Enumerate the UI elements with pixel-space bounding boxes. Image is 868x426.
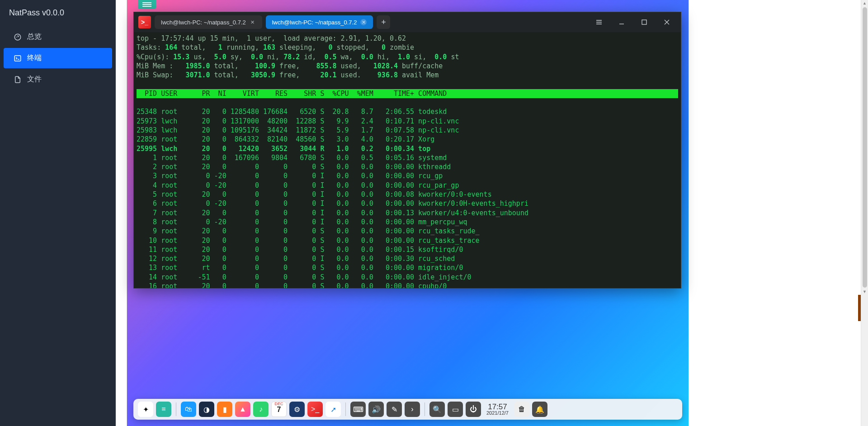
main-content: >_ lwch@lwch-PC: ~/natpass_0.7.2✕lwch@lw… bbox=[116, 0, 861, 426]
tab-label: lwch@lwch-PC: ~/natpass_0.7.2 bbox=[161, 19, 246, 26]
settings-icon[interactable]: ⚙ bbox=[289, 402, 305, 417]
sidebar-item-0[interactable]: 总览 bbox=[4, 27, 112, 47]
clipboard-icon[interactable]: ✎ bbox=[387, 402, 402, 417]
terminal-output[interactable]: top - 17:57:44 up 15 min, 1 user, load a… bbox=[134, 32, 681, 288]
svg-rect-1 bbox=[14, 56, 21, 61]
notification-icon[interactable]: 🔔 bbox=[532, 402, 547, 417]
dock: ✦ ≡ 🛍 ◑ ▮ ▲ ♪ DEC7 ⚙ >_ ➚ ⌨ 🔊 ✎ › 🔍 ▭ bbox=[133, 399, 682, 420]
clock[interactable]: 17:572021/12/7 bbox=[484, 403, 511, 416]
volume-icon[interactable]: 🔊 bbox=[368, 402, 384, 417]
tab-close-icon[interactable]: ✕ bbox=[360, 19, 367, 25]
photos-icon[interactable]: ▲ bbox=[235, 402, 250, 417]
appstore-icon[interactable]: 🛍 bbox=[181, 402, 196, 417]
dock-separator-3 bbox=[425, 402, 425, 416]
minimize-button[interactable] bbox=[612, 15, 631, 29]
browser-icon[interactable]: ◑ bbox=[199, 402, 214, 417]
page-scrollbar[interactable] bbox=[861, 0, 868, 426]
new-tab-button[interactable]: + bbox=[377, 15, 390, 29]
workspace-icon[interactable]: ▭ bbox=[448, 402, 463, 417]
terminal-icon bbox=[14, 54, 22, 62]
music-icon[interactable]: ♪ bbox=[253, 402, 269, 417]
tab-label: lwch@lwch-PC: ~/natpass_0.7.2 bbox=[272, 19, 357, 26]
desktop-app-tile[interactable] bbox=[138, 0, 156, 9]
hamburger-icon[interactable] bbox=[590, 15, 609, 29]
accent-bar bbox=[858, 295, 861, 321]
todesk-icon[interactable]: ➚ bbox=[326, 402, 341, 417]
keyboard-icon[interactable]: ⌨ bbox=[350, 402, 366, 417]
terminal-app-icon: >_ bbox=[138, 16, 151, 28]
dock-separator-2 bbox=[345, 402, 346, 416]
dock-app-1[interactable]: ≡ bbox=[156, 402, 171, 417]
sidebar-item-2[interactable]: 文件 bbox=[4, 69, 112, 90]
app-title: NatPass v0.0.0 bbox=[0, 0, 116, 26]
close-button[interactable] bbox=[657, 15, 676, 29]
dashboard-icon bbox=[14, 33, 22, 41]
power-icon[interactable]: ⏻ bbox=[466, 402, 481, 417]
launcher-icon[interactable]: ✦ bbox=[138, 402, 153, 417]
sidebar: NatPass v0.0.0 总览终端文件 bbox=[0, 0, 116, 426]
sidebar-item-label: 总览 bbox=[27, 32, 42, 42]
terminal-dock-icon[interactable]: >_ bbox=[307, 402, 323, 417]
sidebar-item-label: 终端 bbox=[27, 53, 42, 63]
file-icon bbox=[14, 76, 22, 84]
terminal-tab-1[interactable]: lwch@lwch-PC: ~/natpass_0.7.2✕ bbox=[266, 15, 373, 29]
sidebar-item-label: 文件 bbox=[27, 75, 42, 84]
terminal-window: >_ lwch@lwch-PC: ~/natpass_0.7.2✕lwch@lw… bbox=[133, 12, 681, 289]
svg-rect-2 bbox=[642, 20, 646, 24]
terminal-tab-0[interactable]: lwch@lwch-PC: ~/natpass_0.7.2✕ bbox=[155, 15, 262, 29]
remote-desktop[interactable]: >_ lwch@lwch-PC: ~/natpass_0.7.2✕lwch@lw… bbox=[127, 0, 689, 426]
calendar-icon[interactable]: DEC7 bbox=[271, 402, 287, 417]
dock-separator bbox=[176, 402, 176, 416]
search-icon[interactable]: 🔍 bbox=[429, 402, 445, 417]
tab-close-icon[interactable]: ✕ bbox=[250, 19, 256, 25]
sidebar-item-1[interactable]: 终端 bbox=[4, 48, 112, 68]
dock-app-orange[interactable]: ▮ bbox=[217, 402, 232, 417]
maximize-button[interactable] bbox=[635, 15, 654, 29]
terminal-titlebar[interactable]: >_ lwch@lwch-PC: ~/natpass_0.7.2✕lwch@lw… bbox=[134, 12, 681, 32]
chevron-right-icon[interactable]: › bbox=[405, 402, 420, 417]
trash-icon[interactable]: 🗑 bbox=[514, 402, 529, 417]
